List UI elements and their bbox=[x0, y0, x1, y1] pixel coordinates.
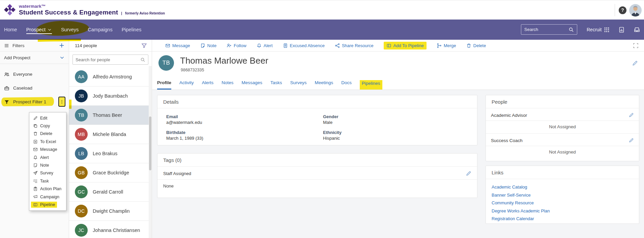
people-search-input[interactable] bbox=[76, 57, 140, 62]
pencil-icon[interactable] bbox=[466, 171, 471, 176]
person-avatar: GC bbox=[75, 185, 88, 198]
nav-item-label: Pipelines bbox=[122, 27, 142, 32]
menu-item-action-plan[interactable]: Action Plan bbox=[29, 185, 66, 193]
nav-item-pipelines[interactable]: Pipelines bbox=[122, 27, 142, 32]
nav-item-home[interactable]: Home bbox=[4, 27, 17, 32]
sidebar-item-caseload[interactable]: Caseload bbox=[0, 81, 69, 95]
tab-activity[interactable]: Activity bbox=[179, 80, 194, 90]
detail-field-birthdate: BirthdateMarch 1, 1989 (33) bbox=[166, 130, 323, 141]
field-value: Male bbox=[323, 120, 468, 125]
toolbar-follow-button[interactable]: Follow bbox=[227, 43, 246, 48]
role-value: Not Assigned bbox=[486, 146, 639, 159]
hamburger-icon[interactable] bbox=[4, 43, 9, 48]
person-name: Jody Baumbach bbox=[93, 93, 128, 99]
person-row-johanna-christiansen[interactable]: JCJohanna Christiansen bbox=[69, 221, 152, 238]
menu-item-task[interactable]: Task bbox=[29, 177, 66, 185]
tab-alerts[interactable]: Alerts bbox=[202, 80, 214, 90]
toolbar-merge-button[interactable]: Merge bbox=[437, 43, 456, 48]
filter-more-options-button[interactable] bbox=[58, 97, 65, 107]
toolbar-share-resource-button[interactable]: Share Resource bbox=[335, 43, 374, 48]
report-icon[interactable] bbox=[618, 27, 625, 33]
people-rows: AAAlfredo ArmstrongJBJody BaumbachTBThom… bbox=[69, 67, 152, 238]
role-label: Success Coach bbox=[491, 138, 523, 143]
toolbar-message-button[interactable]: Message bbox=[165, 43, 190, 48]
toolbar-excused-absence-button[interactable]: Excused Absence bbox=[283, 43, 325, 48]
toolbar-add-to-pipeline-button[interactable]: Add To Pipeline bbox=[384, 42, 427, 49]
search-icon bbox=[568, 27, 574, 32]
brand-logo: watermark™ Student Success & Engagement … bbox=[3, 3, 165, 16]
person-row-alfredo-armstrong[interactable]: AAAlfredo Armstrong bbox=[69, 67, 152, 87]
menu-item-to-excel[interactable]: To Excel bbox=[29, 138, 66, 145]
toolbar-delete-button[interactable]: Delete bbox=[466, 43, 486, 48]
sidebar-item-everyone[interactable]: Everyone bbox=[0, 67, 69, 81]
details-card: Details Emaila@watermark.eduBirthdateMar… bbox=[157, 95, 477, 145]
pencil-icon[interactable] bbox=[628, 112, 634, 118]
sidebar-item-label: Everyone bbox=[13, 72, 32, 77]
person-row-michele-blanda[interactable]: MBMichele Blanda bbox=[69, 125, 152, 144]
funnel-outline-icon[interactable] bbox=[141, 43, 147, 48]
toolbar-alert-button[interactable]: Alert bbox=[257, 43, 273, 48]
person-avatar: LB bbox=[75, 147, 88, 160]
tab-pipelines[interactable]: Pipelines bbox=[360, 80, 382, 90]
add-prospect-button[interactable]: Add Prospect bbox=[0, 52, 69, 64]
fullscreen-icon[interactable] bbox=[633, 43, 639, 48]
user-avatar[interactable] bbox=[629, 4, 642, 16]
scrollbar-thumb[interactable] bbox=[149, 116, 151, 170]
pencil-icon[interactable] bbox=[632, 60, 638, 66]
toolbar-note-button[interactable]: Note bbox=[200, 43, 216, 48]
watermark-pinwheel-icon bbox=[3, 3, 16, 16]
tab-meetings[interactable]: Meetings bbox=[315, 80, 333, 90]
tab-messages[interactable]: Messages bbox=[242, 80, 263, 90]
inbox-icon[interactable] bbox=[634, 26, 640, 33]
pencil-icon[interactable] bbox=[628, 138, 634, 143]
menu-item-copy[interactable]: Copy bbox=[29, 122, 66, 130]
link-degree-works-academic-plan[interactable]: Degree Works Academic Plan bbox=[492, 207, 633, 215]
bell-icon bbox=[33, 155, 38, 160]
person-row-grace-buckridge[interactable]: GBGrace Buckridge bbox=[69, 163, 152, 182]
user-photo-icon bbox=[629, 4, 642, 16]
menu-item-alert[interactable]: Alert bbox=[29, 154, 66, 161]
tab-profile[interactable]: Profile bbox=[157, 80, 171, 90]
details-title: Details bbox=[157, 95, 477, 108]
field-value: March 1, 1989 (33) bbox=[166, 136, 323, 141]
link-registration-calendar[interactable]: Registration Calendar bbox=[492, 215, 633, 223]
help-icon[interactable]: ? bbox=[619, 6, 626, 14]
menu-item-campaign[interactable]: Campaign bbox=[29, 193, 66, 201]
waffle-grid-icon bbox=[604, 27, 610, 33]
menu-item-message[interactable]: Message bbox=[29, 146, 66, 154]
person-row-jody-baumbach[interactable]: JBJody Baumbach bbox=[69, 87, 152, 106]
toolbar-button-label: Delete bbox=[473, 43, 486, 48]
person-row-gerald-carroll[interactable]: GCGerald Carroll bbox=[69, 182, 152, 202]
plus-icon[interactable] bbox=[59, 42, 65, 48]
menu-item-edit[interactable]: Edit bbox=[29, 114, 66, 122]
tab-notes[interactable]: Notes bbox=[222, 80, 233, 90]
tab-docs[interactable]: Docs bbox=[341, 80, 352, 90]
share-icon bbox=[335, 43, 340, 48]
recruit-launcher[interactable]: Recruit bbox=[587, 27, 610, 33]
menu-item-note[interactable]: Note bbox=[29, 161, 66, 169]
nav-item-prospect[interactable]: Prospect bbox=[26, 27, 52, 34]
link-banner-self-service[interactable]: Banner Self-Service bbox=[492, 191, 633, 199]
link-community-resource[interactable]: Community Resource bbox=[492, 199, 633, 207]
link-academic-catalog[interactable]: Academic Catalog bbox=[492, 183, 633, 191]
menu-item-label: Campaign bbox=[40, 195, 59, 199]
person-row-thomas-beer[interactable]: TBThomas Beer bbox=[69, 106, 152, 125]
menu-item-label: Delete bbox=[40, 131, 52, 136]
trash-icon bbox=[33, 131, 38, 136]
nav-item-surveys[interactable]: Surveys bbox=[61, 27, 79, 32]
global-search-box[interactable] bbox=[521, 24, 577, 35]
menu-item-delete[interactable]: Delete bbox=[29, 130, 66, 138]
nav-item-campaigns[interactable]: Campaigns bbox=[88, 27, 112, 32]
menu-item-pipeline[interactable]: Pipeline bbox=[29, 201, 66, 208]
menu-item-survey[interactable]: Survey bbox=[29, 169, 66, 177]
people-list-scrollbar[interactable] bbox=[149, 66, 152, 238]
person-row-dwight-champlin[interactable]: DCDwight Champlin bbox=[69, 202, 152, 221]
global-search-input[interactable] bbox=[524, 27, 568, 32]
tab-surveys[interactable]: Surveys bbox=[290, 80, 307, 90]
tab-tasks[interactable]: Tasks bbox=[270, 80, 282, 90]
people-search-box[interactable] bbox=[72, 55, 148, 65]
detail-field-gender: GenderMale bbox=[323, 114, 468, 125]
sidebar-item-prospect-filter-1[interactable]: Prospect Filter 1 bbox=[0, 95, 69, 109]
person-avatar: DC bbox=[75, 205, 88, 217]
person-row-leo-brakus[interactable]: LBLeo Brakus bbox=[69, 144, 152, 163]
